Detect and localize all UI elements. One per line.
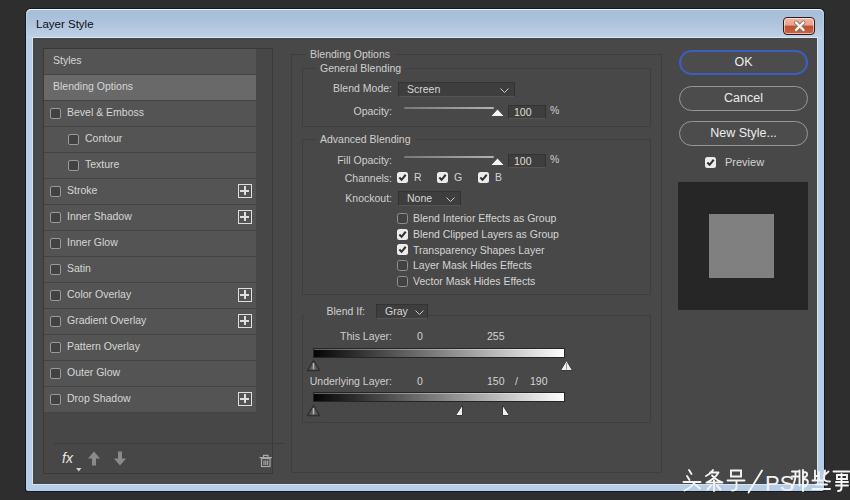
svg-text:fx: fx	[62, 450, 74, 466]
svg-text:PS: PS	[765, 471, 794, 496]
